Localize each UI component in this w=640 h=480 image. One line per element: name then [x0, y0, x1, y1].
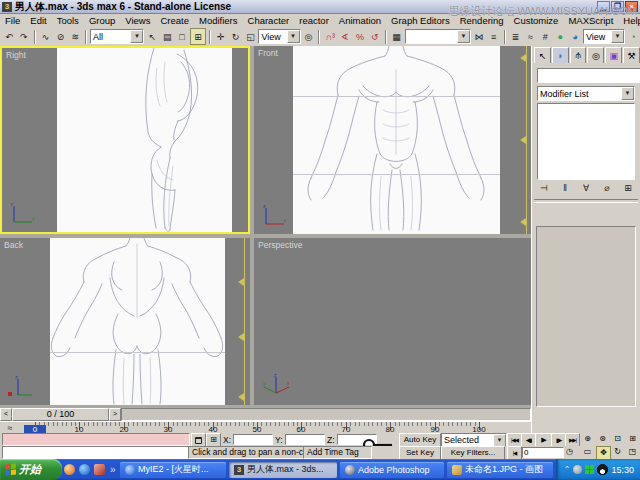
set-key-button[interactable]: Set Key	[399, 446, 441, 460]
unlink-selection-icon[interactable]: ⊘	[53, 29, 67, 44]
redo-icon[interactable]: ↷	[17, 29, 31, 44]
tab-display-icon[interactable]: ▣	[605, 47, 622, 63]
viewport-back[interactable]: Back z	[0, 238, 250, 405]
viewport-right[interactable]: Right zy	[0, 46, 250, 234]
chevron-down-icon[interactable]: ▼	[611, 30, 624, 43]
tab-hierarchy-icon[interactable]: ⫛	[570, 47, 587, 63]
quick-launch-icon-1[interactable]	[64, 464, 75, 475]
chevron-down-icon[interactable]: ▼	[287, 30, 300, 43]
tray-chevron-icon[interactable]: ⌃	[564, 465, 571, 474]
start-button[interactable]: 开始	[0, 459, 62, 480]
object-name-field[interactable]	[537, 68, 640, 83]
menu-reactor[interactable]: reactor	[294, 15, 334, 26]
time-slider-next-arrow[interactable]: >	[109, 408, 121, 421]
go-to-end-button[interactable]: ▶▶|	[565, 433, 580, 447]
snap-toggle-3d-icon[interactable]: ∩³	[323, 29, 337, 44]
x-coordinate-field[interactable]	[233, 434, 273, 445]
layer-manager-icon[interactable]: ≣	[509, 29, 523, 44]
min-max-toggle-icon[interactable]: ◳	[626, 446, 639, 458]
select-by-name-icon[interactable]: ▤	[160, 29, 174, 44]
quick-launch-icon-3[interactable]	[94, 464, 105, 475]
tab-motion-icon[interactable]: ◎	[587, 47, 604, 63]
viewport-front[interactable]: Front zx	[254, 46, 531, 234]
quick-launch-overflow-chevron[interactable]: »	[110, 464, 116, 475]
menu-group[interactable]: Group	[84, 15, 120, 26]
tab-create-icon[interactable]: ↖	[534, 47, 551, 63]
key-mode-dropdown[interactable]: Selected ▼	[441, 433, 507, 447]
taskbar-task-paint[interactable]: 未命名1.JPG - 画图	[447, 462, 553, 478]
selection-lock-toggle[interactable]	[191, 433, 206, 447]
render-type-dropdown[interactable]: View ▼	[583, 29, 625, 44]
zoom-extents-icon[interactable]: ⊡	[611, 433, 624, 445]
menu-graph-editors[interactable]: Graph Editors	[386, 15, 455, 26]
tray-volume-icon[interactable]	[573, 465, 582, 474]
arc-rotate-icon[interactable]: ↻	[611, 446, 624, 458]
bind-to-spacewarp-icon[interactable]: ≋	[68, 29, 82, 44]
modifier-stack[interactable]	[537, 103, 635, 180]
current-frame-field[interactable]	[522, 447, 564, 458]
play-button[interactable]: ▶	[535, 433, 552, 447]
previous-frame-button[interactable]: ◀▮	[521, 433, 536, 447]
menu-modifiers[interactable]: Modifiers	[194, 15, 243, 26]
selection-filter-dropdown[interactable]: All ▼	[90, 29, 144, 44]
menu-character[interactable]: Character	[243, 15, 295, 26]
rectangular-selection-region-icon[interactable]: □	[175, 29, 189, 44]
align-icon[interactable]: ≡	[487, 29, 501, 44]
render-scene-icon[interactable]: ◕	[568, 29, 582, 44]
viewport-perspective[interactable]: Perspective zxy	[254, 238, 531, 405]
tray-qq-penguin-icon[interactable]	[597, 464, 608, 475]
chevron-down-icon[interactable]: ▼	[621, 87, 634, 100]
viewport-label-back[interactable]: Back	[4, 240, 23, 250]
quick-launch-icon-2[interactable]	[79, 464, 90, 475]
configure-modifier-sets-icon[interactable]: ⊞	[621, 182, 635, 194]
modifier-list-dropdown[interactable]: Modifier List ▼	[537, 86, 635, 101]
curve-editor-icon[interactable]: ≈	[523, 29, 537, 44]
select-object-icon[interactable]: ↖	[145, 29, 159, 44]
absolute-mode-toggle[interactable]: ⊞	[206, 433, 221, 447]
window-crossing-icon[interactable]: ⊞	[190, 28, 206, 45]
chevron-down-icon[interactable]: ▼	[457, 30, 470, 43]
maxscript-mini-listener-white[interactable]	[2, 446, 190, 459]
menu-animation[interactable]: Animation	[334, 15, 386, 26]
auto-key-button[interactable]: Auto Key	[399, 433, 441, 447]
select-and-move-icon[interactable]: ✛	[214, 29, 228, 44]
select-and-rotate-icon[interactable]: ↻	[229, 29, 243, 44]
region-zoom-icon[interactable]: ▭	[581, 446, 594, 458]
pan-view-icon[interactable]: ✥	[596, 446, 611, 460]
next-frame-button[interactable]: ▮▶	[551, 433, 566, 447]
time-configuration-icon[interactable]: ◷	[563, 446, 576, 458]
add-time-tag[interactable]: Add Time Tag	[303, 446, 372, 459]
zoom-all-icon[interactable]: ⊛	[596, 433, 609, 445]
undo-icon[interactable]: ↶	[2, 29, 16, 44]
menu-file[interactable]: File	[0, 15, 25, 26]
angle-snap-icon[interactable]: ∢	[338, 29, 352, 44]
zoom-extents-all-icon[interactable]: ⊞	[626, 433, 639, 445]
open-mini-curve-editor-icon[interactable]: ≈	[3, 422, 17, 433]
percent-snap-icon[interactable]: %	[353, 29, 367, 44]
time-slider-track[interactable]	[121, 408, 531, 421]
viewport-label-perspective[interactable]: Perspective	[258, 240, 302, 250]
tab-modify-icon[interactable]: ◗	[552, 47, 569, 63]
zoom-icon[interactable]: ⊕	[581, 433, 594, 445]
maxscript-mini-listener-pink[interactable]	[2, 433, 190, 446]
remove-modifier-icon[interactable]: ⌀	[600, 182, 614, 194]
show-end-result-icon[interactable]: ‖	[558, 182, 572, 194]
mirror-icon[interactable]: ⋈	[472, 29, 486, 44]
schematic-view-icon[interactable]: #	[538, 29, 552, 44]
viewport-label-front[interactable]: Front	[258, 48, 278, 58]
menu-create[interactable]: Create	[155, 15, 194, 26]
pin-stack-icon[interactable]: ⊣	[537, 182, 551, 194]
taskbar-task-3dsmax[interactable]: 3 男人体.max - 3ds...	[229, 462, 337, 478]
go-to-start-button[interactable]: |◀◀	[507, 433, 522, 447]
taskbar-task-myie2[interactable]: MyIE2 - [火星时...	[120, 462, 226, 478]
key-filters-button[interactable]: Key Filters...	[441, 446, 505, 460]
viewport-label-right[interactable]: Right	[6, 50, 26, 60]
tray-green-grid-icon[interactable]	[585, 465, 594, 474]
menu-tools[interactable]: Tools	[52, 15, 84, 26]
time-slider-prev-arrow[interactable]: <	[0, 408, 12, 421]
menu-views[interactable]: Views	[120, 15, 155, 26]
quick-render-teapot-icon[interactable]: ◔	[626, 29, 640, 44]
menu-edit[interactable]: Edit	[25, 15, 51, 26]
spinner-snap-icon[interactable]: ↺	[368, 29, 382, 44]
go-to-start-small-button[interactable]: |◀	[507, 446, 522, 460]
